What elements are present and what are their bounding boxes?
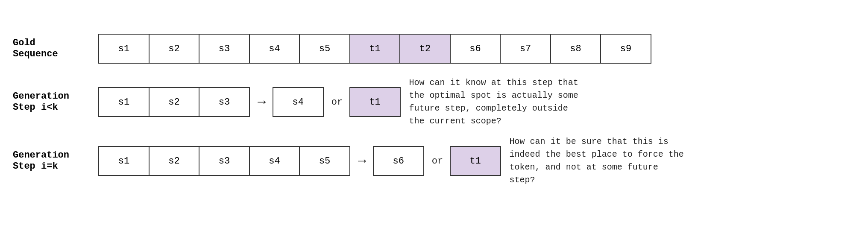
gen-ek-cell-s5: s5 <box>299 146 350 176</box>
gen-ek-input: s1s2s3s4s5 <box>98 146 350 176</box>
gold-sequence: s1s2s3s4s5t1t2s6s7s8s9 <box>98 34 651 64</box>
gen-ek-label-line2: Step i=k <box>13 161 58 172</box>
gen-ik-question: How can it know at this step that the op… <box>409 76 589 128</box>
gen-ik-arrow: → <box>258 94 266 110</box>
gold-cell-s2: s2 <box>149 34 200 64</box>
gold-cell-s1: s1 <box>98 34 150 64</box>
gold-cell-s6: s6 <box>450 34 501 64</box>
gen-ik-output-highlighted: t1 <box>349 87 401 117</box>
gen-ik-sequence: s1s2s3 → s4 or t1 How can it know at thi… <box>98 76 589 128</box>
gen-ek-output-highlighted: t1 <box>450 146 501 176</box>
gen-ek-output-normal: s6 <box>373 146 424 176</box>
gen-ik-label-line1: Generation <box>13 91 69 102</box>
gold-cell-s9: s9 <box>600 34 651 64</box>
gen-ik-label-line2: Step i<k <box>13 102 58 113</box>
gold-label-line2: Sequence <box>13 49 58 59</box>
gold-cell-t1: t1 <box>349 34 401 64</box>
gen-ik-cell-s2: s2 <box>149 87 200 117</box>
gen-ek-question: How can it be sure that this is indeed t… <box>510 135 689 187</box>
gen-ek-or: or <box>432 156 443 167</box>
gen-ik-label: Generation Step i<k <box>13 91 98 114</box>
gen-ik-input: s1s2s3 <box>98 87 250 117</box>
gen-ik-row: Generation Step i<k s1s2s3 → s4 or t1 Ho… <box>13 76 855 128</box>
gold-cell-s4: s4 <box>249 34 300 64</box>
gen-ek-cell-s4: s4 <box>249 146 300 176</box>
diagram: Gold Sequence s1s2s3s4s5t1t2s6s7s8s9 Gen… <box>13 34 855 194</box>
gold-cell-s3: s3 <box>199 34 250 64</box>
gen-ek-arrow: → <box>358 153 366 169</box>
gold-cell-t2: t2 <box>399 34 451 64</box>
gold-label-line1: Gold <box>13 38 35 48</box>
gen-ik-cell-s3: s3 <box>199 87 250 117</box>
gen-ek-label-line1: Generation <box>13 150 69 161</box>
gold-cell-s8: s8 <box>550 34 601 64</box>
gen-ek-label: Generation Step i=k <box>13 150 98 172</box>
gen-ek-cell-s3: s3 <box>199 146 250 176</box>
gen-ek-sequence: s1s2s3s4s5 → s6 or t1 How can it be sure… <box>98 135 689 187</box>
gen-ik-or: or <box>331 97 343 108</box>
gold-sequence-row: Gold Sequence s1s2s3s4s5t1t2s6s7s8s9 <box>13 34 855 64</box>
gen-ek-cell-s1: s1 <box>98 146 150 176</box>
gold-label: Gold Sequence <box>13 38 98 60</box>
gen-ek-cell-s2: s2 <box>149 146 200 176</box>
gen-ek-row: Generation Step i=k s1s2s3s4s5 → s6 or t… <box>13 135 855 187</box>
gold-cell-s5: s5 <box>299 34 350 64</box>
gold-cell-s7: s7 <box>500 34 551 64</box>
gen-ik-output-normal: s4 <box>273 87 324 117</box>
gen-ik-cell-s1: s1 <box>98 87 150 117</box>
